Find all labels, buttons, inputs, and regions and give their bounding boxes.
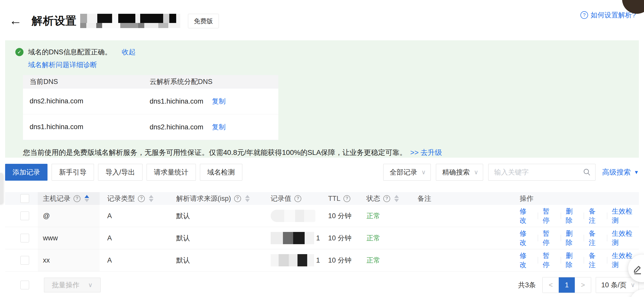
delete-link[interactable]: 删除	[566, 229, 579, 247]
assigned-dns-value: dns1.hichina.com	[150, 97, 203, 105]
remark-link[interactable]: 备注	[589, 229, 602, 247]
record-filter-value: 全部记录	[390, 168, 417, 177]
batch-actions-select[interactable]: 批量操作 ∨	[44, 278, 101, 292]
delete-link[interactable]: 删除	[566, 207, 579, 225]
pause-link[interactable]: 暂停	[543, 251, 556, 269]
keyword-search-input[interactable]	[488, 164, 595, 181]
footer-select-all-checkbox[interactable]	[20, 281, 29, 289]
help-icon[interactable]: ?	[138, 195, 145, 202]
prev-page-button[interactable]: <	[543, 277, 559, 293]
col-ops-label: 操作	[520, 194, 533, 203]
record-row: www A 默认 1 10 分钟 正常 修改 暂停 删除 备注 生效检测	[5, 227, 639, 249]
search-mode-select[interactable]: 精确搜索 ∨	[436, 164, 483, 181]
records-table-header: 主机记录 ? 记录类型 ? 解析请求来源(isp) ?	[5, 192, 639, 205]
type-value: A	[107, 256, 112, 264]
delete-link[interactable]: 删除	[566, 251, 579, 269]
how-to-setup-label: 如何设置解析?	[591, 10, 636, 20]
sort-status-control[interactable]	[394, 195, 399, 202]
help-icon[interactable]: ?	[383, 195, 390, 202]
ttl-value: 10 分钟	[328, 233, 352, 243]
how-to-setup-link[interactable]: ? 如何设置解析?	[580, 10, 636, 20]
next-page-button[interactable]: >	[575, 277, 591, 293]
host-value: @	[43, 212, 50, 220]
record-row: @ A 默认 10 分钟 正常 修改 暂停 删除 备注 生效检测	[5, 205, 639, 227]
dns-row: dns2.hichina.com dns1.hichina.com 复制	[23, 88, 278, 114]
records-table: 主机记录 ? 记录类型 ? 解析请求来源(isp) ?	[5, 192, 639, 271]
redacted-record-value: 1	[271, 254, 320, 266]
diagnose-link[interactable]: 域名解析问题详细诊断	[28, 61, 97, 69]
plan-badge: 免费版	[188, 14, 219, 28]
modify-link[interactable]: 修改	[520, 207, 533, 225]
remark-value	[415, 227, 516, 249]
col-isp-label: 解析请求来源(isp)	[176, 194, 231, 203]
isp-value: 默认	[176, 233, 190, 243]
remark-value	[415, 205, 516, 227]
record-filter-select[interactable]: 全部记录 ∨	[383, 164, 431, 181]
modify-link[interactable]: 修改	[520, 251, 533, 269]
effect-check-link[interactable]: 生效检测	[612, 207, 639, 225]
page-1-button[interactable]: 1	[559, 277, 575, 293]
upgrade-link[interactable]: >> 去升级	[410, 148, 442, 156]
help-icon[interactable]: ?	[294, 195, 301, 202]
back-arrow-icon[interactable]: ←	[9, 14, 22, 27]
help-icon[interactable]: ?	[343, 195, 350, 202]
modify-link[interactable]: 修改	[520, 229, 533, 247]
status-badge: 正常	[366, 256, 380, 265]
col-host-label: 主机记录	[43, 194, 70, 203]
status-badge: 正常	[366, 233, 380, 243]
help-icon[interactable]: ?	[234, 195, 241, 202]
dns-row: dns1.hichina.com dns2.hichina.com 复制	[23, 114, 278, 140]
remark-link[interactable]: 备注	[589, 207, 602, 225]
redacted-domain-name	[80, 14, 180, 28]
page-size-select[interactable]: 10 条/页 ∨	[596, 277, 639, 293]
current-dns-value: dns1.hichina.com	[23, 114, 143, 140]
col-value-label: 记录值	[271, 194, 291, 203]
redacted-record-value	[271, 210, 317, 222]
copy-link[interactable]: 复制	[212, 123, 226, 131]
effect-check-link[interactable]: 生效检测	[612, 229, 639, 247]
pagination: < 1 >	[542, 277, 591, 293]
page-header: ← 解析设置 免费版 ? 如何设置解析?	[0, 0, 644, 38]
sort-host-control[interactable]	[85, 195, 89, 202]
ttl-value: 10 分钟	[328, 211, 352, 220]
advanced-search-label: 高级搜索	[602, 167, 631, 177]
total-count: 共3条	[518, 280, 536, 290]
select-all-checkbox[interactable]	[20, 194, 29, 203]
help-icon[interactable]: ?	[74, 195, 80, 202]
isp-value: 默认	[176, 211, 190, 220]
request-stats-button[interactable]: 请求量统计	[147, 164, 196, 181]
beginner-guide-button[interactable]: 新手引导	[52, 164, 94, 181]
status-badge: 正常	[366, 211, 380, 220]
chevron-down-icon: ∨	[474, 169, 479, 176]
collapse-link[interactable]: 收起	[122, 47, 136, 57]
import-export-button[interactable]: 导入/导出	[98, 164, 142, 181]
remark-link[interactable]: 备注	[589, 251, 602, 269]
ttl-value: 10 分钟	[328, 256, 352, 265]
host-value: www	[43, 234, 58, 242]
row-checkbox[interactable]	[20, 212, 29, 220]
dns-col-current: 当前DNS	[23, 75, 143, 88]
success-check-icon: ✓	[15, 48, 23, 56]
col-ttl-label: TTL	[328, 195, 340, 203]
sort-isp-control[interactable]	[245, 195, 250, 202]
left-drawer-handle[interactable]	[0, 173, 3, 205]
sort-type-control[interactable]	[149, 195, 153, 202]
add-record-button[interactable]: 添加记录	[5, 164, 47, 181]
record-row: xx A 默认 1 10 分钟 正常 修改 暂停 删除 备注 生效检测	[5, 249, 639, 271]
pause-link[interactable]: 暂停	[543, 229, 556, 247]
records-toolbar: 添加记录 新手引导 导入/导出 请求量统计 域名检测 全部记录 ∨ 精确搜索 ∨	[5, 164, 639, 181]
copy-link[interactable]: 复制	[212, 97, 226, 105]
page-size-value: 10 条/页	[601, 280, 626, 290]
redacted-record-value: 1	[271, 232, 320, 244]
advanced-search-toggle[interactable]: 高级搜索 ▼	[602, 167, 639, 177]
pause-link[interactable]: 暂停	[543, 207, 556, 225]
search-icon[interactable]	[583, 168, 591, 176]
row-checkbox[interactable]	[20, 256, 29, 265]
isp-value: 默认	[176, 256, 190, 265]
row-checkbox[interactable]	[20, 234, 29, 242]
chevron-down-icon: ∨	[630, 281, 635, 289]
type-value: A	[107, 234, 112, 242]
page-title: 解析设置	[32, 14, 77, 28]
domain-check-button[interactable]: 域名检测	[200, 164, 242, 181]
type-value: A	[107, 212, 112, 220]
